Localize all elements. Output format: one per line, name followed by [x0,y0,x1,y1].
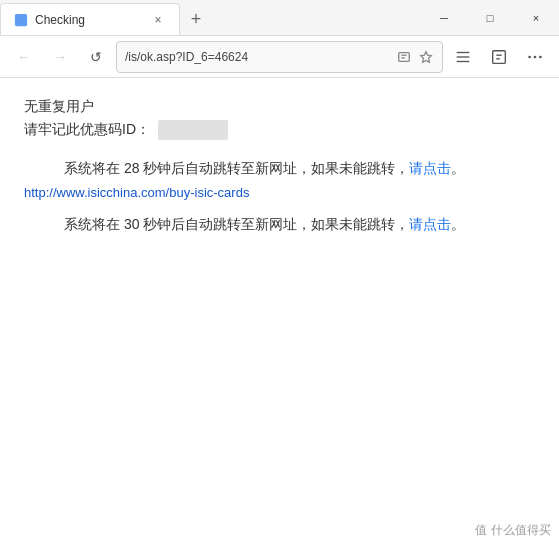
nav-right-buttons [447,41,551,73]
close-button[interactable]: × [513,0,559,36]
page-content: 无重复用户 请牢记此优惠码ID： 系统将在 28 秒钟后自动跳转至新网址，如果未… [0,78,559,547]
restore-button[interactable]: □ [467,0,513,36]
title-bar: Checking × + ─ □ × [0,0,559,36]
back-button[interactable]: ← [8,41,40,73]
external-link[interactable]: http://www.isicchina.com/buy-isic-cards [24,185,249,200]
msg2-suffix: 。 [451,216,465,232]
svg-marker-4 [421,51,432,62]
msg1-suffix: 。 [451,160,465,176]
no-dup-user-text: 无重复用户 [24,98,535,116]
tab-title: Checking [35,13,143,27]
refresh-button[interactable]: ↺ [80,41,112,73]
web-notes-button[interactable] [483,41,515,73]
msg1-prefix: 系统将在 28 秒钟后自动跳转至新网址，如果未能跳转， [64,160,409,176]
forward-button[interactable]: → [44,41,76,73]
coupon-prefix: 请牢记此优惠码ID： [24,121,150,139]
msg2-prefix: 系统将在 30 秒钟后自动跳转至新网址，如果未能跳转， [64,216,409,232]
watermark-icon: 值 [475,522,487,539]
watermark: 值 什么值得买 [475,522,551,539]
address-bar[interactable]: /is/ok.asp?ID_6=46624 [116,41,443,73]
redirect-msg-1: 系统将在 28 秒钟后自动跳转至新网址，如果未能跳转，请点击。 [64,160,535,178]
svg-point-11 [528,55,531,58]
new-tab-button[interactable]: + [180,3,212,35]
svg-rect-1 [399,52,410,61]
tab-close-button[interactable]: × [149,11,167,29]
tab-favicon [13,12,29,28]
tabs-area: Checking × + [0,0,421,35]
favorites-icon[interactable] [418,49,434,65]
coupon-line: 请牢记此优惠码ID： [24,120,535,140]
svg-rect-0 [15,13,27,25]
coupon-id-box [158,120,228,140]
window-controls: ─ □ × [421,0,559,35]
navigation-bar: ← → ↺ /is/ok.asp?ID_6=46624 [0,36,559,78]
hub-button[interactable] [447,41,479,73]
active-tab[interactable]: Checking × [0,3,180,35]
msg1-click-link[interactable]: 请点击 [409,160,451,176]
watermark-text: 什么值得买 [491,522,551,539]
address-text: /is/ok.asp?ID_6=46624 [125,50,390,64]
svg-rect-8 [493,50,506,63]
redirect-msg-2: 系统将在 30 秒钟后自动跳转至新网址，如果未能跳转，请点击。 [64,216,535,234]
svg-point-13 [539,55,542,58]
minimize-button[interactable]: ─ [421,0,467,36]
more-button[interactable] [519,41,551,73]
reading-mode-icon[interactable] [396,49,412,65]
msg2-click-link[interactable]: 请点击 [409,216,451,232]
svg-point-12 [534,55,537,58]
